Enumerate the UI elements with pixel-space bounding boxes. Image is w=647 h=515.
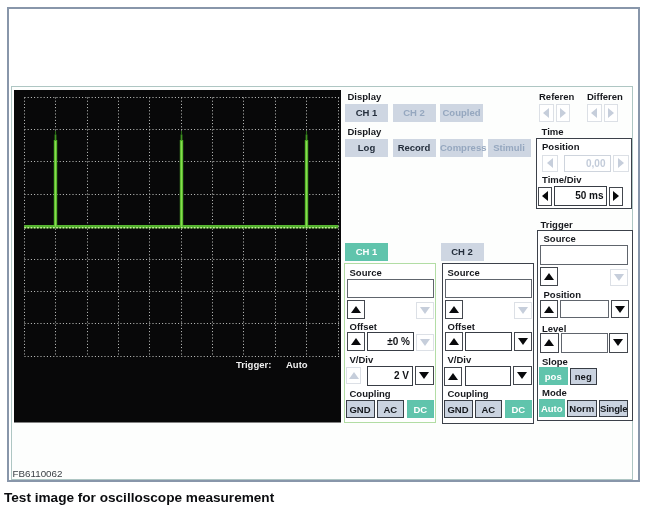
svg-text:Auto: Auto <box>286 359 308 370</box>
svg-text:Trigger:: Trigger: <box>236 359 271 370</box>
